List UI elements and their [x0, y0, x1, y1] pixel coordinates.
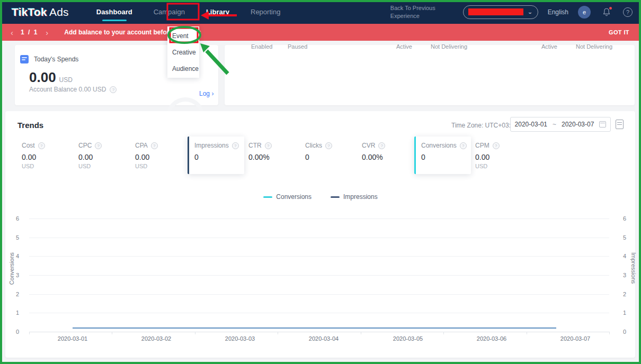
x-axis-tick	[195, 332, 195, 334]
x-axis-tick	[112, 332, 112, 334]
metric-value: 0.00	[78, 153, 129, 161]
user-avatar[interactable]: e	[578, 6, 591, 19]
timezone-label: Time Zone: UTC+03:00	[451, 122, 518, 129]
got-it-button[interactable]: GOT IT	[609, 29, 629, 35]
metric-value: 0.00	[475, 153, 526, 161]
library-dropdown-menu: Event Creative Audience	[167, 26, 199, 78]
x-axis-tick	[527, 332, 527, 334]
x-axis-label: 2020-03-01	[48, 335, 97, 342]
metric-card-ctr[interactable]: CTR? 0.00%	[244, 136, 301, 174]
account-balance-row: Account Balance 0.00 USD ?	[29, 86, 117, 93]
date-end[interactable]: 2020-03-07	[562, 121, 594, 128]
page: TikTokAds Dashboard Campaign Library Rep…	[0, 0, 641, 364]
help-icon[interactable]: ?	[623, 7, 633, 17]
metric-label: Impressions	[194, 142, 229, 149]
metric-label: CVR	[362, 142, 375, 149]
nav-tab-library[interactable]: Library	[206, 0, 229, 24]
metric-label: CPM	[475, 142, 489, 149]
metric-card-conversions[interactable]: Conversions? 0	[414, 136, 471, 174]
metric-value: 0.00	[135, 153, 185, 161]
metric-unit	[305, 163, 355, 169]
back-to-previous-link[interactable]: Back To Previous Experience	[390, 4, 435, 20]
chart-legend: Conversions Impressions	[0, 193, 641, 201]
metric-card-cpa[interactable]: CPA? 0.00 USD	[131, 136, 188, 174]
date-start[interactable]: 2020-03-01	[515, 121, 547, 128]
metric-help-icon[interactable]: ?	[493, 142, 500, 149]
metric-card-cvr[interactable]: CVR? 0.00%	[358, 136, 414, 174]
metric-label: Clicks	[305, 142, 322, 149]
gridline	[29, 275, 609, 276]
nav-tab-campaign[interactable]: Campaign	[154, 0, 185, 24]
metric-help-icon[interactable]: ?	[95, 142, 102, 149]
status-label: Not Delivering	[431, 43, 467, 50]
metric-help-icon[interactable]: ?	[151, 142, 158, 149]
y-axis-tick-left: 2	[5, 291, 19, 297]
metric-card-cost[interactable]: Cost? 0.00 USD	[17, 136, 74, 174]
metric-help-icon[interactable]: ?	[232, 142, 239, 149]
spend-card-title: Today's Spends	[34, 56, 78, 63]
menu-item-audience[interactable]: Audience	[167, 60, 199, 77]
banner-prev-icon[interactable]: ‹	[7, 28, 16, 37]
account-selector[interactable]: ⌄	[463, 5, 538, 19]
metric-help-icon[interactable]: ?	[265, 142, 272, 149]
logo-primary: TikTok	[12, 6, 47, 18]
y-axis-title-left: Conversions	[8, 252, 15, 285]
metric-help-icon[interactable]: ?	[378, 142, 385, 149]
export-report-icon[interactable]	[616, 120, 624, 129]
gridline	[29, 313, 609, 313]
metric-card-clicks[interactable]: Clicks? 0	[301, 136, 358, 174]
language-selector[interactable]: English	[548, 8, 568, 16]
metric-value: 0	[305, 153, 355, 161]
y-axis-tick-left: 5	[5, 234, 19, 241]
notifications-bell-icon[interactable]	[602, 7, 611, 17]
metric-unit: USD	[22, 163, 72, 169]
main-nav: Dashboard Campaign Library Reporting	[96, 0, 281, 24]
topbar-right-cluster: Back To Previous Experience ⌄ English e …	[390, 0, 633, 24]
y-axis-tick-right: 5	[623, 234, 637, 241]
log-link-label: Log	[199, 90, 210, 97]
trends-title: Trends	[17, 121, 43, 130]
tiktok-ads-logo: TikTokAds	[12, 6, 69, 19]
menu-item-event[interactable]: Event	[167, 28, 199, 44]
metric-card-impressions[interactable]: Impressions? 0	[188, 136, 244, 174]
spend-currency: USD	[59, 76, 73, 84]
legend-item-impressions[interactable]: Impressions	[331, 193, 378, 201]
account-balance-label: Account Balance 0.00 USD	[29, 86, 106, 93]
metric-help-icon[interactable]: ?	[38, 142, 45, 149]
log-link[interactable]: Log ›	[199, 90, 213, 97]
gridline	[29, 294, 609, 295]
metric-help-icon[interactable]: ?	[325, 142, 332, 149]
y-axis-tick-right: 0	[623, 329, 637, 335]
metric-card-cpm[interactable]: CPM? 0.00 USD	[471, 136, 528, 174]
chevron-down-icon: ⌄	[528, 10, 533, 14]
metric-card-cpc[interactable]: CPC? 0.00 USD	[74, 136, 131, 174]
y-axis-tick-left: 6	[5, 215, 19, 222]
nav-tab-dashboard[interactable]: Dashboard	[96, 0, 132, 24]
metric-unit: USD	[78, 163, 129, 169]
spend-amount: 0.00	[29, 69, 56, 85]
notification-dot	[609, 7, 612, 10]
legend-label: Conversions	[276, 193, 311, 201]
y-axis-tick-left: 1	[5, 310, 19, 316]
impressions-line-swatch	[331, 196, 340, 198]
x-axis-label: 2020-03-02	[132, 335, 181, 342]
legend-item-conversions[interactable]: Conversions	[263, 193, 311, 201]
redaction-overlay	[468, 8, 523, 15]
x-axis-label: 2020-03-03	[216, 335, 264, 342]
x-axis-tick	[361, 332, 361, 334]
metric-unit	[248, 163, 299, 169]
gridline	[29, 238, 609, 238]
metric-label: Cost	[22, 142, 35, 149]
menu-item-creative[interactable]: Creative	[167, 44, 199, 60]
nav-tab-reporting[interactable]: Reporting	[251, 0, 280, 24]
banner-next-icon[interactable]: ›	[42, 28, 51, 37]
metric-value: 0.00%	[248, 153, 299, 161]
metric-label: CTR	[248, 142, 262, 149]
status-label: Enabled	[251, 43, 272, 50]
metric-value: 0.00	[22, 153, 72, 161]
metric-help-icon[interactable]: ?	[460, 142, 467, 149]
date-range-picker[interactable]: 2020-03-01 ~ 2020-03-07	[510, 117, 611, 132]
metric-value: 0.00%	[362, 153, 412, 161]
spend-card-header: Today's Spends	[20, 55, 78, 63]
balance-help-icon[interactable]: ?	[110, 86, 117, 93]
